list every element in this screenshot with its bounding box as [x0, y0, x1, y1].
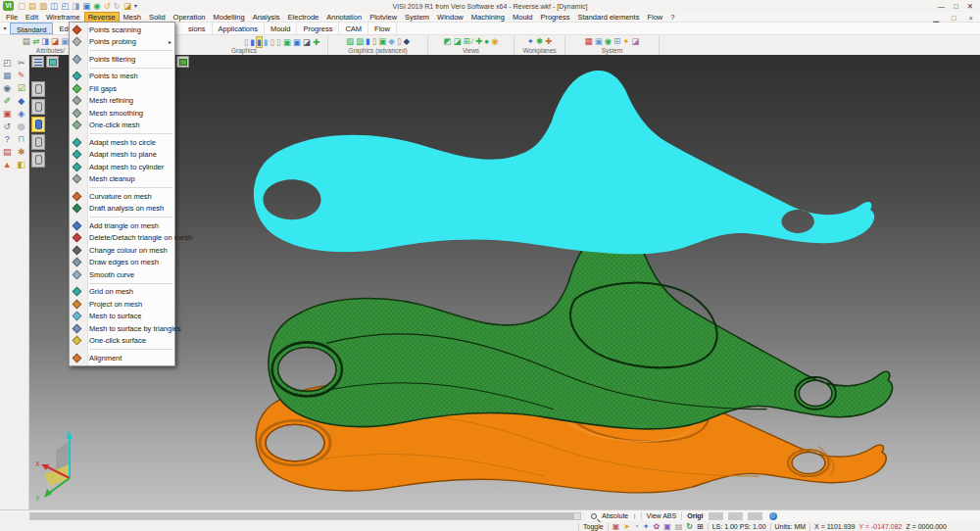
- menu-standard-elements[interactable]: Standard elements: [573, 12, 643, 23]
- menu-item-mesh-cleanup[interactable]: Mesh cleanup: [70, 173, 174, 186]
- tab-standard[interactable]: Standard: [10, 23, 53, 34]
- surface-icon[interactable]: ◈: [15, 109, 29, 120]
- child-minimize-button[interactable]: ▁: [929, 13, 943, 24]
- tab-flow[interactable]: Flow: [368, 23, 397, 34]
- view-abs-label[interactable]: View ABS: [647, 512, 677, 519]
- absolute-mode-label[interactable]: Absolute: [602, 512, 628, 519]
- attributes-paint-icon[interactable]: ◪: [51, 36, 59, 46]
- copy-icon[interactable]: ◨: [72, 1, 79, 11]
- menu-mould[interactable]: Mould: [509, 12, 536, 23]
- level-button-1[interactable]: [31, 81, 45, 97]
- tab-progress[interactable]: Progress: [297, 23, 339, 34]
- workplane-auto-icon[interactable]: ✱: [536, 36, 543, 46]
- section-icon[interactable]: ▧: [346, 36, 354, 46]
- cursor-icon[interactable]: ➤: [623, 522, 630, 531]
- attributes-swap-icon[interactable]: ⇄: [32, 36, 39, 46]
- export-icon[interactable]: ◧: [15, 160, 29, 170]
- save-icon[interactable]: ◫: [50, 1, 58, 11]
- view-top-icon[interactable]: ◩: [443, 36, 451, 46]
- menu-help[interactable]: ?: [666, 12, 678, 23]
- import-folder-icon[interactable]: ▥: [39, 1, 47, 11]
- tab-applications[interactable]: Applications: [213, 23, 265, 34]
- close-button[interactable]: ✕: [967, 2, 973, 11]
- cylinder-gray-icon[interactable]: ▯: [372, 36, 377, 46]
- picture-icon[interactable]: ▣: [595, 36, 603, 46]
- level-button-3-active[interactable]: [31, 117, 45, 132]
- display-mode-button[interactable]: [46, 56, 59, 68]
- menu-item-draft-analysis[interactable]: Draft analysis on mesh: [70, 203, 174, 216]
- menu-item-points-filtering[interactable]: Points filtering: [70, 53, 174, 66]
- minimize-button[interactable]: —: [938, 2, 946, 11]
- select-icon[interactable]: ◰: [0, 58, 15, 69]
- child-close-button[interactable]: ×: [965, 13, 977, 24]
- undo-step-icon[interactable]: ↺: [0, 121, 15, 132]
- menu-item-points-probing[interactable]: Points probing▸: [70, 36, 174, 49]
- level-button-5[interactable]: [31, 152, 45, 168]
- menu-mesh[interactable]: Mesh: [120, 12, 145, 23]
- delete-icon[interactable]: ▤: [0, 147, 15, 158]
- menu-edit[interactable]: Edit: [22, 12, 42, 23]
- globe-icon[interactable]: ◉: [93, 1, 100, 11]
- menu-item-curvature-on-mesh[interactable]: Curvature on mesh: [70, 190, 174, 203]
- menu-item-mesh-smoothing[interactable]: Mesh smoothing: [70, 107, 174, 120]
- box-green-icon[interactable]: ▣: [378, 36, 386, 46]
- tab-cam[interactable]: CAM: [339, 23, 368, 34]
- tree-icon[interactable]: ✚: [313, 37, 319, 47]
- spray-icon[interactable]: ✱: [15, 147, 29, 158]
- child-restore-button[interactable]: □: [948, 13, 960, 24]
- level-button-2[interactable]: [31, 99, 45, 115]
- scan-model[interactable]: [254, 71, 874, 254]
- menu-operation[interactable]: Operation: [170, 12, 210, 23]
- gem-light-icon[interactable]: ◆: [388, 36, 395, 46]
- workplane-icon[interactable]: ✦: [527, 36, 534, 46]
- sketch-icon[interactable]: ✎: [15, 71, 29, 81]
- menu-item-grid-on-mesh[interactable]: Grid on mesh: [70, 286, 174, 299]
- scrollbar-thumb[interactable]: [30, 513, 574, 519]
- tab-sions[interactable]: sions: [182, 23, 213, 34]
- menu-annotation[interactable]: Annotation: [322, 12, 366, 23]
- menu-window[interactable]: Window: [433, 12, 467, 23]
- wireframe-mode-icon[interactable]: ▯: [244, 37, 249, 47]
- menu-item-draw-edges[interactable]: Draw edges on mesh: [70, 257, 174, 269]
- pen-icon[interactable]: ◆: [15, 96, 29, 107]
- menu-progress[interactable]: Progress: [536, 12, 573, 23]
- partial-view-icon[interactable]: ◔: [634, 522, 639, 531]
- stamp-icon[interactable]: ▣: [0, 109, 15, 120]
- ghost-mode-icon[interactable]: ▯: [276, 37, 281, 47]
- frame-select-icon[interactable]: ▦: [0, 71, 15, 81]
- solid-box-icon[interactable]: ▣: [663, 522, 671, 531]
- validate-icon[interactable]: ☑: [15, 83, 29, 94]
- attributes-book-icon[interactable]: ▤: [23, 36, 30, 46]
- flame-icon[interactable]: ▲: [0, 160, 15, 170]
- menu-item-adapt-mesh-plane[interactable]: Adapt mesh to plane: [70, 149, 174, 162]
- measure-icon[interactable]: ⊓: [15, 134, 29, 145]
- chevron-right-icon[interactable]: ⟩: [633, 512, 635, 519]
- shaded-mode-icon[interactable]: ▮: [250, 37, 255, 47]
- layer-dark-icon[interactable]: ◪: [303, 37, 311, 47]
- level-button-4[interactable]: [31, 134, 45, 150]
- hamburger-menu-button[interactable]: [31, 56, 44, 68]
- view-sphere-icon[interactable]: ●: [484, 36, 489, 46]
- view-plus-icon[interactable]: ✚: [475, 36, 482, 46]
- snap-flower-icon[interactable]: ✿: [653, 522, 660, 531]
- menu-item-mesh-refining[interactable]: Mesh refining: [70, 95, 174, 108]
- globe-icon[interactable]: [769, 512, 777, 520]
- open-folder-icon[interactable]: ▤: [28, 1, 36, 11]
- shield-icon[interactable]: ◆: [404, 36, 411, 46]
- menu-item-adapt-mesh-cylinder[interactable]: Adapt mesh to cylinder: [70, 161, 174, 173]
- attributes-layer-icon[interactable]: ◨: [41, 36, 49, 46]
- menu-reverse[interactable]: Reverse: [84, 12, 120, 23]
- maximize-button[interactable]: □: [954, 2, 958, 11]
- menu-item-change-colour[interactable]: Change colour on mesh: [70, 244, 174, 257]
- view-axis-icon[interactable]: ∕: [472, 36, 473, 46]
- snap-box-icon[interactable]: ▣: [612, 522, 620, 531]
- palette-icon[interactable]: ▦: [585, 36, 593, 46]
- menu-solid[interactable]: Solid: [145, 12, 170, 23]
- help-icon[interactable]: ?: [0, 134, 15, 145]
- lasso-icon[interactable]: ◉: [0, 83, 15, 94]
- menu-item-points-to-mesh[interactable]: Points to mesh: [70, 71, 174, 83]
- menu-modelling[interactable]: Modelling: [210, 12, 249, 23]
- clip-plane-icon[interactable]: ▨: [356, 36, 364, 46]
- toggle-button[interactable]: Toggle: [583, 523, 604, 530]
- search-icon[interactable]: [591, 513, 597, 519]
